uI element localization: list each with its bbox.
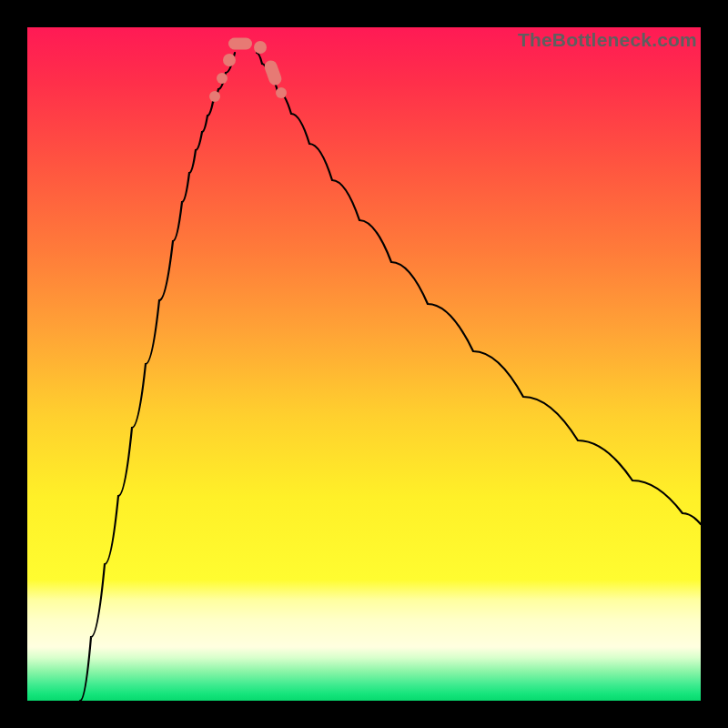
plot-area	[27, 27, 701, 701]
data-marker-dot	[254, 41, 267, 54]
curve-svg	[27, 27, 701, 701]
data-marker-dot	[276, 87, 287, 98]
data-marker-dot	[209, 91, 220, 102]
data-marker-pill	[263, 58, 284, 86]
watermark-text: TheBottleneck.com	[518, 29, 697, 51]
chart-frame: TheBottleneck.com	[0, 0, 728, 728]
curve-markers	[209, 38, 287, 103]
data-marker-pill	[228, 38, 252, 50]
data-marker-dot	[223, 54, 236, 66]
curve-right-branch	[257, 53, 701, 524]
data-marker-dot	[217, 73, 228, 84]
curve-left-branch	[80, 53, 235, 701]
